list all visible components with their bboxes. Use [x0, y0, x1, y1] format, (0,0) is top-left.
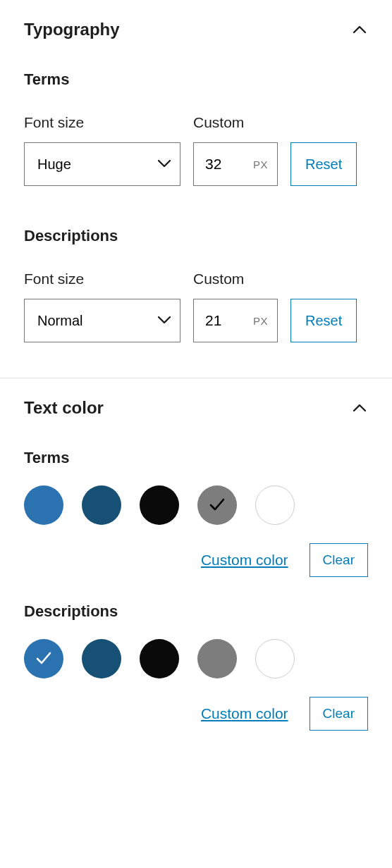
terms-swatch-row [24, 485, 368, 525]
descriptions-font-size-field: Font size Normal [24, 271, 180, 342]
descriptions-font-row: Font size Normal Custom PX Reset [24, 271, 368, 342]
text-color-panel-header[interactable]: Text color [24, 398, 368, 418]
terms-custom-field: Custom PX [193, 114, 278, 186]
text-color-panel: Text color Terms Custom color Clear Desc… [0, 378, 392, 759]
terms-custom-label: Custom [193, 114, 278, 131]
descriptions-custom-label: Custom [193, 271, 278, 287]
typography-panel: Typography Terms Font size Huge Custom P… [0, 0, 392, 378]
terms-font-row: Font size Huge Custom PX Reset [24, 114, 368, 186]
terms-font-size-label: Font size [24, 114, 180, 131]
terms-font-size-field: Font size Huge [24, 114, 180, 186]
color-swatch[interactable] [197, 485, 237, 525]
chevron-up-icon [351, 21, 368, 38]
check-icon [34, 648, 54, 670]
terms-font-size-select[interactable]: Huge [24, 142, 180, 186]
descriptions-custom-color-link[interactable]: Custom color [201, 705, 288, 722]
color-swatch[interactable] [197, 639, 237, 678]
descriptions-swatch-row [24, 639, 368, 678]
descriptions-clear-button[interactable]: Clear [310, 697, 368, 731]
typography-panel-header[interactable]: Typography [24, 20, 368, 39]
terms-color-section-title: Terms [24, 449, 368, 467]
color-swatch[interactable] [24, 485, 63, 525]
descriptions-font-size-select[interactable]: Normal [24, 299, 180, 342]
terms-custom-color-link[interactable]: Custom color [201, 552, 288, 569]
chevron-up-icon [351, 399, 368, 416]
unit-label: PX [253, 159, 268, 170]
descriptions-font-size-label: Font size [24, 271, 180, 287]
text-color-panel-title: Text color [24, 398, 104, 418]
descriptions-reset-button[interactable]: Reset [290, 299, 357, 342]
terms-clear-button[interactable]: Clear [310, 543, 368, 577]
color-swatch[interactable] [255, 639, 295, 678]
descriptions-color-actions: Custom color Clear [24, 697, 368, 731]
color-swatch[interactable] [255, 485, 295, 525]
descriptions-color-section-title: Descriptions [24, 602, 368, 621]
descriptions-custom-field: Custom PX [193, 271, 278, 342]
check-icon [207, 495, 227, 516]
color-swatch[interactable] [24, 639, 63, 678]
unit-label: PX [253, 315, 268, 327]
terms-color-actions: Custom color Clear [24, 543, 368, 577]
color-swatch[interactable] [140, 485, 179, 525]
typography-panel-title: Typography [24, 20, 120, 39]
color-swatch[interactable] [82, 485, 121, 525]
terms-reset-button[interactable]: Reset [290, 142, 357, 186]
color-swatch[interactable] [140, 639, 179, 678]
terms-section-title: Terms [24, 70, 368, 89]
color-swatch[interactable] [82, 639, 121, 678]
descriptions-section-title: Descriptions [24, 227, 368, 245]
